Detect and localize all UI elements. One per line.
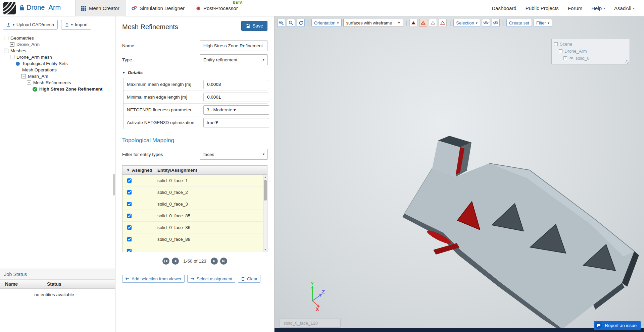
tree-item-topological-entity-sets[interactable]: Topological Entity Sets <box>0 60 115 67</box>
sidebar-scrollbar[interactable] <box>113 174 115 196</box>
select-assignment-button[interactable]: Select assignment <box>187 275 235 283</box>
upload-cad-mesh-button[interactable]: ▾ Upload CAD/mesh <box>3 20 58 30</box>
next-page-button[interactable] <box>211 258 218 265</box>
fineness-select[interactable]: 3 - Moderate ▼ <box>203 105 269 115</box>
table-row[interactable]: solid_0_face_85 <box>122 210 267 222</box>
tree-item-high-stress-zone-refinement[interactable]: ✓ High Stress Zone Refinement <box>0 86 115 92</box>
gears-icon <box>131 6 137 11</box>
filter-label: Filter <box>536 20 546 25</box>
nav-public-projects[interactable]: Public Projects <box>526 5 559 11</box>
collapse-icon[interactable]: − <box>4 36 8 40</box>
row-checkbox[interactable] <box>127 214 132 218</box>
tree-item-mesh-am[interactable]: − Mesh_Am <box>0 73 115 79</box>
tree-item-drone-arm-mesh[interactable]: − Drone_Arm mesh <box>0 54 115 60</box>
row-checkbox[interactable] <box>127 190 132 195</box>
triangle-red-outline-icon <box>440 21 445 25</box>
min-edge-length-row: Minimal mesh edge length [m] <box>123 91 267 104</box>
tree-item-meshes[interactable]: − Meshes <box>0 48 115 54</box>
field-label: Maximum mesh edge length [m] <box>127 82 191 87</box>
scene-node-drone-arm[interactable]: − Drone_Arm <box>554 48 627 55</box>
tab-mesh-creator[interactable]: Mesh Creator <box>75 0 126 16</box>
table-row[interactable]: solid_0_face_2 <box>122 186 267 198</box>
first-page-button[interactable] <box>162 258 169 265</box>
scene-tree-overlay: − Scene − Drone_Arm + solid_0 <box>551 39 630 64</box>
last-page-button[interactable] <box>220 258 227 265</box>
scroll-down-icon[interactable]: ▼ <box>263 248 267 252</box>
name-input[interactable] <box>200 40 268 51</box>
mesh-quality-outline-button[interactable] <box>429 19 437 27</box>
table-row[interactable] <box>122 245 267 252</box>
tree-item-geometries[interactable]: − Geometries <box>0 35 115 41</box>
report-issue-button[interactable]: Report an issue <box>594 321 641 330</box>
create-set-button[interactable]: Create set <box>506 19 532 27</box>
table-row[interactable]: solid_0_face_1 <box>122 175 267 186</box>
previous-page-button[interactable] <box>172 258 179 265</box>
resize-handle-icon[interactable] <box>626 60 629 64</box>
tree-item-label: Geometries <box>10 36 34 41</box>
hide-selected-button[interactable] <box>492 19 500 27</box>
zoom-to-box-button[interactable] <box>287 19 295 27</box>
filter-button[interactable]: Filter ▾ <box>534 19 552 27</box>
optimization-select[interactable]: true ▼ <box>203 118 269 127</box>
type-select[interactable]: Entity refinement ▼ <box>200 54 268 65</box>
nav-help-menu[interactable]: Help▾ <box>591 5 605 11</box>
collapse-icon[interactable]: − <box>559 49 562 53</box>
render-mode-select[interactable]: surfaces with wireframe ▼ <box>343 19 403 27</box>
max-edge-length-input[interactable] <box>203 80 269 89</box>
import-button[interactable]: ▾ Import <box>61 20 91 30</box>
show-selected-button[interactable] <box>482 19 490 27</box>
mesh-quality-surface-button[interactable] <box>419 19 427 27</box>
orientation-button[interactable]: Orientation ▾ <box>311 19 342 27</box>
chevron-down-icon: ▾ <box>548 21 549 25</box>
panel-header: Mesh Refinements Save <box>122 16 267 40</box>
tab-post-processor[interactable]: BETA Post-Processor <box>190 0 244 16</box>
tree-item-mesh-refinements[interactable]: − Mesh Refinements <box>0 79 115 86</box>
table-scrollbar[interactable]: ▲ ▼ <box>263 175 267 252</box>
collapse-icon[interactable]: − <box>10 55 14 59</box>
mesh-quality-solid-button[interactable] <box>409 19 417 27</box>
tree-item-drone-arm[interactable]: + Drone_Arm <box>0 41 115 48</box>
table-row[interactable]: solid_0_face_88 <box>122 233 267 245</box>
row-checkbox[interactable] <box>127 202 132 206</box>
mesh-quality-wire-button[interactable] <box>439 19 447 27</box>
collapse-icon[interactable]: − <box>554 42 558 46</box>
fineness-select-value: 3 - Moderate <box>207 107 233 112</box>
expand-icon[interactable]: + <box>563 56 567 60</box>
min-edge-length-input[interactable] <box>203 93 269 102</box>
job-status-header: Name Status <box>0 280 115 289</box>
nav-dashboard[interactable]: Dashboard <box>492 5 516 11</box>
reset-view-button[interactable] <box>297 19 305 27</box>
sort-triangle-icon[interactable]: ▼ <box>127 168 130 172</box>
chevron-down-icon: ▾ <box>603 6 605 10</box>
row-checkbox[interactable] <box>127 225 132 230</box>
zoom-in-button[interactable] <box>277 19 285 27</box>
scrollbar-thumb[interactable] <box>264 180 267 201</box>
details-group: Maximum mesh edge length [m] Minimal mes… <box>123 78 267 129</box>
table-row[interactable]: solid_0_face_86 <box>122 222 267 233</box>
collapse-icon[interactable]: − <box>4 49 8 53</box>
collapse-icon[interactable]: − <box>16 68 20 72</box>
axis-triad[interactable]: Y Z X <box>303 281 327 312</box>
save-button[interactable]: Save <box>241 21 267 31</box>
row-checkbox[interactable] <box>127 249 132 252</box>
scene-node-solid-0[interactable]: + solid_0 <box>554 55 627 62</box>
entity-type-select[interactable]: faces ▼ <box>200 149 268 160</box>
eye-icon[interactable] <box>569 57 574 60</box>
selection-button[interactable]: Selection ▾ <box>453 19 480 27</box>
table-row[interactable]: solid_0_face_3 <box>122 198 267 210</box>
expand-icon[interactable]: + <box>10 42 14 47</box>
app-logo-icon[interactable] <box>3 2 16 14</box>
details-collapse-toggle[interactable]: ▼ Details <box>122 70 267 75</box>
add-selection-from-viewer-button[interactable]: Add selection from viewer <box>122 275 185 283</box>
nav-forum[interactable]: Forum <box>568 5 582 11</box>
clear-button[interactable]: Clear <box>238 275 260 283</box>
tree-item-mesh-operations[interactable]: − Mesh Operations <box>0 67 115 73</box>
tab-simulation-designer[interactable]: Simulation Designer <box>126 0 190 16</box>
row-checkbox[interactable] <box>127 237 132 241</box>
scroll-up-icon[interactable]: ▲ <box>263 175 267 179</box>
collapse-icon[interactable]: − <box>27 80 31 85</box>
nav-user-menu[interactable]: AsadAli▾ <box>614 5 635 11</box>
scene-node-root[interactable]: − Scene <box>554 41 627 48</box>
collapse-icon[interactable]: − <box>21 74 26 78</box>
row-checkbox[interactable] <box>127 178 132 183</box>
